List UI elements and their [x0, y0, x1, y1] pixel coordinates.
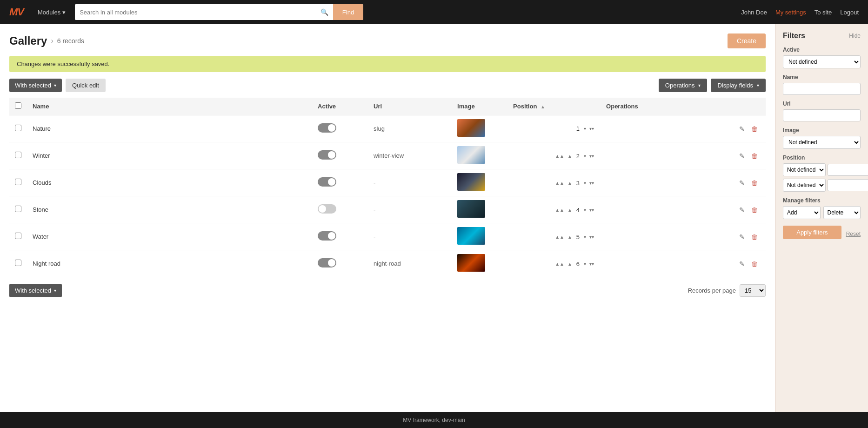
pos-bottom-button[interactable]: ▾▾	[588, 126, 595, 132]
position-controls: ▲▲ ▲ 2 ▾ ▾▾	[554, 153, 595, 160]
row-checkbox[interactable]	[15, 125, 21, 131]
to-site-link[interactable]: To site	[815, 9, 832, 16]
bottom-with-selected-button[interactable]: With selected ▾	[9, 284, 62, 297]
row-checkbox[interactable]	[15, 179, 21, 185]
pos-top-button[interactable]: ▲▲	[554, 234, 565, 240]
pos-up-button[interactable]: ▲	[567, 261, 573, 267]
operations-label: Operations	[665, 82, 695, 89]
edit-button[interactable]: ✎	[737, 232, 747, 242]
edit-button[interactable]: ✎	[737, 259, 747, 269]
active-toggle[interactable]	[318, 258, 336, 268]
cell-url: -	[368, 169, 452, 196]
filter-position-operator-select[interactable]: Not defined Equal Less Greater	[783, 163, 826, 176]
logout-link[interactable]: Logout	[840, 9, 859, 16]
filter-position-row1: Not defined Equal Less Greater	[783, 163, 861, 176]
pos-down-button[interactable]: ▾	[583, 234, 587, 240]
edit-button[interactable]: ✎	[737, 151, 747, 161]
cell-image	[457, 254, 485, 272]
alert-success: Changes were successfully saved.	[9, 56, 766, 72]
pos-down-button[interactable]: ▾	[583, 207, 587, 213]
select-all-checkbox[interactable]	[15, 102, 21, 109]
my-settings-link[interactable]: My settings	[775, 9, 806, 16]
delete-button[interactable]: 🗑	[749, 205, 760, 215]
cell-url: -	[368, 223, 452, 250]
pos-bottom-button[interactable]: ▾▾	[588, 207, 595, 213]
find-button[interactable]: Find	[333, 4, 363, 20]
operations-button[interactable]: Operations ▾	[659, 79, 708, 92]
filter-name-input[interactable]	[783, 83, 861, 95]
create-button[interactable]: Create	[728, 33, 766, 48]
row-checkbox[interactable]	[15, 152, 21, 158]
row-checkbox[interactable]	[15, 233, 21, 239]
search-icon-button[interactable]: 🔍	[316, 4, 333, 20]
pos-up-button[interactable]: ▲	[567, 153, 573, 159]
data-table: Name Active Url Image Position ▲ Operati…	[9, 98, 766, 277]
active-toggle[interactable]	[318, 150, 336, 160]
filter-image-label: Image	[783, 127, 861, 134]
th-position[interactable]: Position ▲	[507, 98, 601, 115]
th-name: Name	[27, 98, 312, 115]
display-fields-button[interactable]: Display fields ▾	[711, 79, 766, 92]
reset-filters-button[interactable]: Reset	[846, 231, 861, 237]
pos-bottom-button[interactable]: ▾▾	[588, 153, 595, 159]
filters-hide-button[interactable]: Hide	[849, 33, 861, 39]
pos-down-button[interactable]: ▾	[583, 126, 587, 132]
delete-button[interactable]: 🗑	[749, 259, 760, 269]
pos-down-button[interactable]: ▾	[583, 180, 587, 186]
apply-filters-button[interactable]: Apply filters	[783, 226, 841, 239]
search-input[interactable]	[75, 4, 316, 20]
pos-top-button[interactable]: ▲▲	[554, 207, 565, 213]
active-toggle[interactable]	[318, 231, 336, 241]
filter-name-group: Name	[783, 74, 861, 95]
pos-up-button[interactable]: ▲	[567, 207, 573, 213]
edit-button[interactable]: ✎	[737, 205, 747, 215]
pos-top-button[interactable]: ▲▲	[554, 261, 565, 267]
modules-menu[interactable]: Modules ▾	[38, 9, 66, 16]
row-checkbox[interactable]	[15, 206, 21, 212]
bottom-toolbar: With selected ▾ Records per page 15 25 5…	[9, 284, 766, 297]
pos-top-button[interactable]: ▲▲	[554, 180, 565, 186]
active-toggle[interactable]	[318, 177, 336, 187]
edit-button[interactable]: ✎	[737, 124, 747, 134]
filter-url-input[interactable]	[783, 109, 861, 121]
filter-active-select[interactable]: Not defined Yes No	[783, 55, 861, 68]
pos-down-button[interactable]: ▾	[583, 261, 587, 267]
filter-active-label: Active	[783, 47, 861, 53]
page-header: Gallery › 6 records Create	[9, 33, 766, 48]
table-row: Clouds- ▲▲ ▲ 3 ▾ ▾▾ ✎ 🗑	[9, 169, 766, 196]
manage-filters-add-select[interactable]: Add	[783, 206, 821, 219]
delete-button[interactable]: 🗑	[749, 151, 760, 161]
pos-up-button[interactable]: ▲	[567, 180, 573, 186]
alert-message: Changes were successfully saved.	[17, 60, 109, 67]
pos-bottom-button[interactable]: ▾▾	[588, 261, 595, 267]
delete-button[interactable]: 🗑	[749, 232, 760, 242]
filter-position-operator2-select[interactable]: Not defined Equal Less Greater	[783, 179, 826, 192]
cell-image	[457, 119, 485, 137]
pos-up-button[interactable]: ▲	[567, 234, 573, 240]
row-checkbox[interactable]	[15, 260, 21, 266]
pos-bottom-button[interactable]: ▾▾	[588, 180, 595, 186]
records-per-page-select[interactable]: 15 25 50 100	[740, 284, 766, 297]
delete-button[interactable]: 🗑	[749, 124, 760, 134]
quick-edit-button[interactable]: Quick edit	[66, 79, 106, 92]
filter-position-value-input[interactable]	[828, 164, 868, 176]
with-selected-button[interactable]: With selected ▾	[9, 79, 62, 92]
pos-top-button[interactable]: ▲▲	[554, 153, 565, 159]
manage-filters-delete-select[interactable]: Delete	[823, 206, 861, 219]
filter-image-select[interactable]: Not defined	[783, 136, 861, 149]
filter-position-value2-input[interactable]	[828, 179, 868, 191]
operations-chevron-icon: ▾	[698, 83, 701, 88]
edit-button[interactable]: ✎	[737, 178, 747, 188]
position-number: 6	[576, 261, 580, 268]
active-toggle[interactable]	[318, 204, 336, 214]
nav-right: John Doe My settings To site Logout	[741, 9, 859, 16]
user-name-link[interactable]: John Doe	[741, 9, 767, 16]
position-controls: ▲▲ ▲ 4 ▾ ▾▾	[554, 207, 595, 214]
cell-url: slug	[368, 115, 452, 142]
delete-button[interactable]: 🗑	[749, 178, 760, 188]
pos-bottom-button[interactable]: ▾▾	[588, 234, 595, 240]
th-active: Active	[312, 98, 368, 115]
pos-down-button[interactable]: ▾	[583, 153, 587, 159]
active-toggle[interactable]	[318, 123, 336, 133]
filters-panel: Filters Hide Active Not defined Yes No N…	[775, 24, 868, 412]
